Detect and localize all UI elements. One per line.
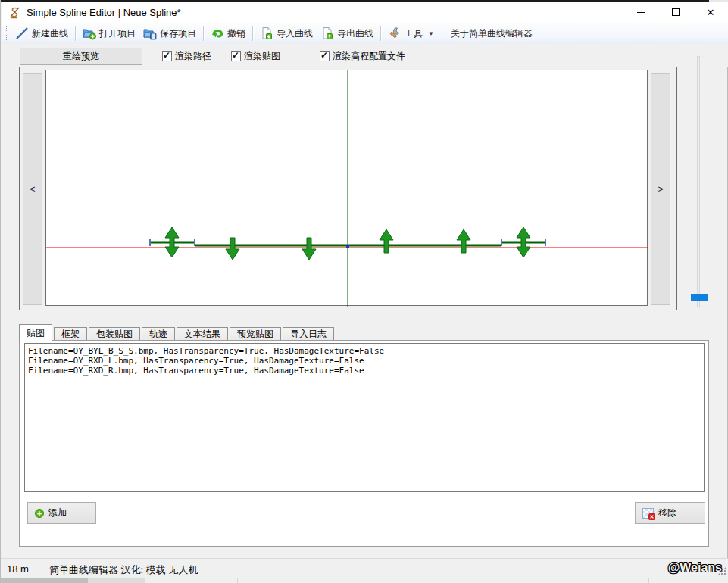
watermark: @Weians [668,561,722,575]
pan-left-button[interactable]: < [23,73,42,305]
close-button[interactable]: ✕ [693,2,728,23]
toolbar-grip [5,26,8,41]
caret-down-icon: ▼ [428,30,434,37]
open-folder-plus-icon [83,26,96,40]
slider-thumb[interactable] [691,294,708,301]
minimize-icon [637,12,645,13]
export-curve-button[interactable]: 导出曲线 [317,24,377,42]
tab-strip: 贴图 框架 包装贴图 轨迹 文本结果 预览贴图 导入日志 [19,324,709,341]
app-icon [8,6,21,19]
tab-frames[interactable]: 框架 [54,327,87,341]
maximize-icon [672,8,680,16]
texture-list[interactable]: Filename=OY_BYL_B_S_S.bmp, HasTransparen… [24,343,705,492]
remove-image-icon: ✕ [642,508,654,519]
spline-editor-panel: < > [19,67,677,310]
redraw-preview-button[interactable]: 重绘预览 [20,48,142,65]
close-icon: ✕ [707,7,715,18]
undo-icon [211,26,224,40]
main-toolbar: 新建曲线 打开项目 保存项目 [2,23,728,44]
slider-tick-line [711,56,711,307]
status-length: 18 m [7,563,29,575]
spline-canvas[interactable] [45,70,648,306]
pan-right-button[interactable]: > [651,73,670,305]
undo-button[interactable]: 撤销 [207,24,249,42]
wrench-icon [388,26,401,40]
about-button[interactable]: 关于简单曲线编辑器 [447,25,536,42]
slider-track[interactable] [697,56,700,307]
render-texture-checkbox[interactable]: ✓ 渲染贴图 [231,50,280,63]
tab-preview-texture[interactable]: 预览贴图 [230,327,281,341]
status-bar: 18 m 简单曲线编辑器 汉化: 模载 无人机 @Weians [1,558,728,578]
tab-track[interactable]: 轨迹 [142,327,175,341]
zoom-slider[interactable] [683,55,717,310]
add-texture-button[interactable]: + 添加 [27,502,96,524]
minimize-button[interactable] [623,2,658,23]
screen-bottom-edge [1,578,728,583]
maximize-button[interactable] [658,2,693,23]
toolbar-separator [252,26,253,41]
checkbox-checked-icon: ✓ [231,51,241,61]
titlebar: Simple Spline Editor | Neue Spline* ✕ [2,2,728,23]
status-app-info: 简单曲线编辑器 汉化: 模载 无人机 [49,563,198,577]
texture-list-item: Filename=OY_RXD_L.bmp, HasTransparency=T… [28,356,364,366]
app-window: Simple Spline Editor | Neue Spline* ✕ 新建… [0,0,728,583]
checkbox-checked-icon: ✓ [162,51,172,61]
toolbar-separator [203,26,204,41]
render-path-checkbox[interactable]: ✓ 渲染路径 [162,50,211,63]
window-controls: ✕ [623,2,728,23]
texture-list-item: Filename=OY_BYL_B_S_S.bmp, HasTransparen… [28,346,384,356]
add-plus-icon: + [35,509,44,518]
tab-page-textures: Filename=OY_BYL_B_S_S.bmp, HasTransparen… [19,340,709,547]
import-curve-button[interactable]: 导入曲线 [256,24,317,42]
remove-x-icon: ✕ [648,513,655,520]
tab-text-result[interactable]: 文本结果 [177,327,228,341]
checkbox-checked-icon: ✓ [320,51,330,61]
toolbar-separator [75,26,76,41]
tab-textures[interactable]: 贴图 [19,324,52,341]
tools-dropdown-button[interactable]: 工具 ▼ [384,24,438,42]
new-curve-button[interactable]: 新建曲线 [11,24,72,42]
spline-drawing [46,70,648,307]
toolbar-separator [380,26,381,41]
open-project-button[interactable]: 打开项目 [79,24,139,42]
import-curve-icon [260,26,273,40]
slider-tick-line [689,56,689,307]
export-curve-icon [320,26,334,40]
tab-import-log[interactable]: 导入日志 [283,327,334,341]
remove-texture-button[interactable]: ✕ 移除 [635,502,705,524]
new-curve-icon [15,26,29,40]
window-title: Simple Spline Editor | Neue Spline* [27,7,181,18]
save-project-button[interactable]: 保存项目 [139,24,200,42]
options-row: 重绘预览 ✓ 渲染路径 ✓ 渲染贴图 ✓ 渲染高程配置文件 [2,44,728,67]
save-folder-icon [143,26,157,40]
tab-wrap-textures[interactable]: 包装贴图 [89,327,140,341]
texture-list-item: Filename=OY_RXD_R.bmp, HasTransparency=T… [28,366,364,376]
render-elevation-profile-checkbox[interactable]: ✓ 渲染高程配置文件 [320,50,405,63]
